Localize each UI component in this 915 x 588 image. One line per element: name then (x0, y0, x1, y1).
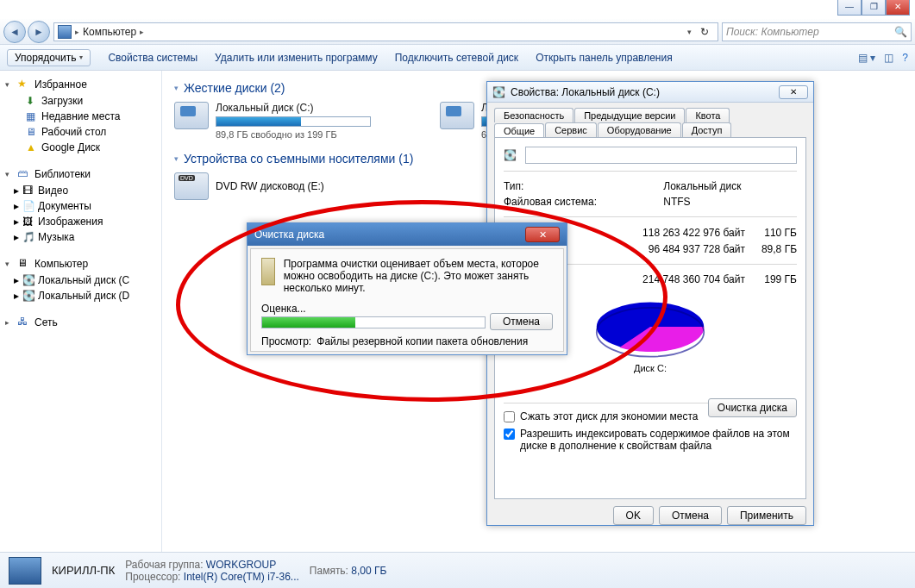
scan-value: Файлы резервной копии пакета обновления (316, 335, 528, 347)
free-bytes: 96 484 937 728 байт (597, 241, 745, 257)
cleanup-icon (261, 258, 275, 285)
details-pane: КИРИЛЛ-ПК Рабочая группа: WORKGROUP Проц… (0, 552, 915, 588)
pie-label: Диск C: (504, 363, 797, 373)
status-mem-label: Память: (310, 565, 348, 577)
status-cpu-value: Intel(R) Core(TM) i7-36... (184, 571, 299, 583)
tree-music[interactable]: ▸🎵Музыка (3, 229, 158, 245)
breadcrumb-arrow-icon: ▸ (140, 28, 144, 36)
status-cpu-label: Процессор: (125, 571, 180, 583)
pie-chart (586, 292, 715, 361)
tree-drive-d[interactable]: ▸💽Локальный диск (D (3, 288, 158, 303)
tab-previous-versions[interactable]: Предыдущие версии (574, 108, 685, 122)
estimate-label: Оценка... (261, 303, 306, 315)
minimize-button[interactable]: — (837, 0, 862, 16)
cmd-map-network-drive[interactable]: Подключить сетевой диск (395, 52, 518, 64)
dvd-icon (174, 172, 209, 200)
tab-general[interactable]: Общие (494, 123, 544, 138)
tree-downloads[interactable]: ⬇Загрузки (3, 93, 158, 109)
close-button[interactable]: ✕ (886, 0, 910, 16)
type-value: Локальный диск (663, 178, 797, 194)
drive-c[interactable]: Локальный диск (C:) 89,8 ГБ свободно из … (174, 102, 371, 140)
cmd-control-panel[interactable]: Открыть панель управления (536, 52, 673, 64)
tree-libraries[interactable]: ▾🗃Библиотеки (3, 166, 158, 183)
computer-icon (58, 25, 72, 39)
tree-drive-c[interactable]: ▸💽Локальный диск (C (3, 272, 158, 288)
props-titlebar[interactable]: 💽 Свойства: Локальный диск (C:) ✕ (487, 82, 813, 103)
used-human: 110 ГБ (745, 224, 797, 241)
index-checkbox[interactable]: Разрешить индексировать содержимое файло… (504, 428, 797, 452)
tab-tools[interactable]: Сервис (545, 122, 597, 137)
tree-documents[interactable]: ▸📄Документы (3, 198, 158, 214)
fs-value: NTFS (663, 194, 797, 210)
cmd-system-properties[interactable]: Свойства системы (108, 52, 197, 64)
preview-pane-button[interactable]: ◫ (884, 52, 893, 64)
tree-favorites[interactable]: ▾★Избранное (3, 76, 158, 93)
help-button[interactable]: ? (902, 52, 908, 64)
tree-desktop[interactable]: 🖥Рабочий стол (3, 124, 158, 140)
disk-cleanup-dialog: Очистка диска ✕ Программа очистки оценив… (247, 222, 567, 355)
tree-recent[interactable]: ▦Недавние места (3, 109, 158, 124)
status-mem-value: 8,00 ГБ (351, 565, 386, 577)
tab-quota[interactable]: Квота (686, 108, 730, 122)
type-label: Тип: (504, 178, 663, 194)
props-close-button[interactable]: ✕ (779, 85, 808, 99)
scan-label: Просмотр: (261, 335, 311, 347)
status-wg-label: Рабочая группа: (125, 559, 203, 571)
drive-c-label: Локальный диск (C:) (216, 102, 371, 114)
fs-label: Файловая система: (504, 194, 663, 210)
breadcrumb[interactable]: ▸ Компьютер ▸ ▾ ↻ (53, 22, 718, 41)
clean-cancel-button[interactable]: Отмена (490, 313, 553, 330)
computer-large-icon (9, 557, 41, 585)
clean-title: Очистка диска (254, 228, 324, 241)
organize-button[interactable]: Упорядочить (7, 49, 91, 66)
cap-human: 199 ГБ (745, 272, 797, 287)
drive-icon: 💽 (492, 86, 505, 98)
command-bar: Упорядочить Свойства системы Удалить или… (0, 45, 915, 71)
search-input[interactable]: Поиск: Компьютер 🔍 (722, 22, 912, 41)
nav-tree: ▾★Избранное ⬇Загрузки ▦Недавние места 🖥Р… (0, 71, 162, 554)
breadcrumb-arrow-icon: ▸ (75, 28, 79, 36)
view-mode-button[interactable]: ▤ ▾ (858, 52, 875, 64)
tab-hardware[interactable]: Оборудование (598, 122, 681, 137)
nav-bar: ◄ ► ▸ Компьютер ▸ ▾ ↻ Поиск: Компьютер 🔍 (0, 19, 915, 45)
used-bytes: 118 263 422 976 байт (597, 224, 745, 241)
clean-titlebar[interactable]: Очистка диска ✕ (248, 223, 567, 246)
free-human: 89,8 ГБ (745, 241, 797, 257)
drive-c-bar (216, 116, 371, 127)
disk-cleanup-button[interactable]: Очистка диска (708, 398, 797, 417)
ok-button[interactable]: OK (613, 506, 654, 525)
props-title: Свойства: Локальный диск (C:) (511, 86, 660, 98)
cmd-uninstall-program[interactable]: Удалить или изменить программу (215, 52, 378, 64)
clean-close-button[interactable]: ✕ (525, 227, 560, 242)
tree-gdrive[interactable]: ▲Google Диск (3, 140, 158, 155)
drive-icon (174, 102, 209, 129)
status-wg-value: WORKGROUP (206, 559, 276, 571)
clean-message: Программа очистки оценивает объем места,… (284, 258, 553, 294)
system-controls: — ❐ ✕ (837, 0, 910, 16)
tree-network[interactable]: ▸🖧Сеть (3, 314, 158, 331)
breadcrumb-dropdown-icon[interactable]: ▾ (687, 28, 692, 36)
search-icon[interactable]: 🔍 (894, 26, 907, 38)
drive-name-input[interactable] (525, 147, 797, 164)
drive-icon (440, 102, 474, 129)
nav-forward-button[interactable]: ► (28, 21, 50, 43)
search-placeholder: Поиск: Компьютер (726, 26, 819, 38)
drive-c-free: 89,8 ГБ свободно из 199 ГБ (216, 129, 371, 140)
apply-button[interactable]: Применить (727, 506, 806, 525)
tab-sharing[interactable]: Доступ (682, 122, 732, 137)
refresh-button[interactable]: ↻ (695, 26, 714, 38)
tab-security[interactable]: Безопасность (494, 108, 573, 122)
breadcrumb-root[interactable]: Компьютер (83, 26, 136, 38)
nav-back-button[interactable]: ◄ (3, 21, 26, 43)
tree-computer[interactable]: ▾🖥Компьютер (3, 255, 158, 272)
tree-video[interactable]: ▸🎞Видео (3, 183, 158, 198)
cap-bytes: 214 748 360 704 байт (574, 272, 745, 287)
status-computer-name: КИРИЛЛ-ПК (52, 565, 115, 577)
drive-icon: 💽 (504, 149, 517, 161)
cancel-button[interactable]: Отмена (659, 506, 722, 525)
tree-pictures[interactable]: ▸🖼Изображения (3, 214, 158, 229)
dvd-label: DVD RW дисковод (E:) (216, 180, 324, 192)
maximize-button[interactable]: ❐ (862, 0, 886, 16)
progress-bar (261, 316, 486, 328)
